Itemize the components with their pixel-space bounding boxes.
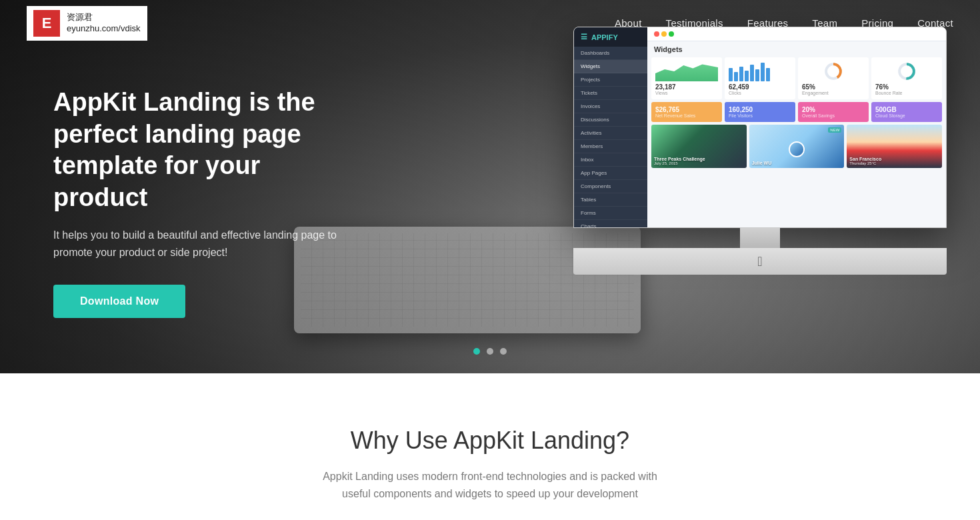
stat-revenue-label: Net Revenue Sales bbox=[655, 113, 718, 118]
widget-cards-grid: 23,187 Views bbox=[647, 57, 946, 102]
widget-views-value: 23,187 bbox=[655, 83, 718, 91]
stat-visitors-label: File Visitors bbox=[729, 113, 791, 118]
avatar bbox=[789, 141, 805, 157]
donut-chart-svg bbox=[824, 62, 843, 81]
app-main-content: Widgets 23,187 Views bbox=[647, 27, 946, 227]
sidebar-item-apppages[interactable]: App Pages bbox=[574, 167, 647, 180]
carousel-dot-3[interactable] bbox=[500, 348, 507, 355]
nav-item-testimonials[interactable]: Testimonials bbox=[666, 17, 723, 29]
sidebar-item-widgets[interactable]: Widgets bbox=[574, 60, 647, 73]
img-card-mountain: Three Peaks Challenge July 25, 2015 bbox=[651, 125, 747, 168]
widget-bounce-label: Bounce Rate bbox=[875, 91, 938, 95]
app-sidebar: ☰ APPIFY Dashboards Widgets Projects Tic… bbox=[574, 27, 647, 227]
carousel-dot-2[interactable] bbox=[487, 348, 493, 355]
img-card-city-title: San Francisco Thursday 25°C bbox=[849, 157, 881, 165]
sidebar-item-projects[interactable]: Projects bbox=[574, 73, 647, 87]
apple-logo-icon:  bbox=[757, 254, 762, 269]
carousel-dots bbox=[473, 348, 507, 355]
download-now-button[interactable]: Download Now bbox=[53, 285, 185, 318]
sidebar-item-components[interactable]: Components bbox=[574, 180, 647, 193]
hero-subtitle: It helps you to build a beautiful and ef… bbox=[53, 227, 360, 261]
widget-clicks-value: 62,459 bbox=[729, 83, 791, 91]
nav-item-contact[interactable]: Contact bbox=[917, 17, 953, 29]
why-section: Why Use AppKit Landing? Appkit Landing u… bbox=[0, 373, 980, 520]
widget-clicks: 62,459 Clicks bbox=[725, 57, 795, 99]
image-cards-row: Three Peaks Challenge July 25, 2015 NEW … bbox=[647, 125, 946, 171]
app-ui: ☰ APPIFY Dashboards Widgets Projects Tic… bbox=[574, 27, 946, 227]
img-card-person-title: Julie WU bbox=[752, 161, 772, 165]
sidebar-item-discussions[interactable]: Discussions bbox=[574, 113, 647, 127]
donut-bounce-container bbox=[875, 61, 938, 81]
why-subtitle: Appkit Landing uses modern front-end tec… bbox=[310, 468, 670, 502]
nav-item-about[interactable]: About bbox=[615, 17, 642, 29]
widget-views-label: Views bbox=[655, 91, 718, 95]
navigation: E 资源君 eyunzhu.com/vdisk About Testimonia… bbox=[0, 0, 980, 47]
widget-engagement-label: Engagement bbox=[802, 91, 865, 95]
hero-title: AppKit Landing is the perfect landing pa… bbox=[53, 87, 360, 213]
monitor-neck bbox=[740, 228, 780, 248]
widget-engagement: 65% Engagement bbox=[798, 57, 869, 99]
sidebar-item-members[interactable]: Members bbox=[574, 140, 647, 153]
widget-bounce: 76% Bounce Rate bbox=[871, 57, 942, 99]
stat-card-revenue: $26,765 Net Revenue Sales bbox=[651, 102, 722, 122]
bar-3 bbox=[739, 67, 743, 81]
hero-content: AppKit Landing is the perfect landing pa… bbox=[0, 0, 413, 318]
stat-savings-label: Overall Savings bbox=[802, 113, 865, 118]
hero-section: AppKit Landing is the perfect landing pa… bbox=[0, 0, 980, 373]
stat-revenue-value: $26,765 bbox=[655, 106, 718, 113]
bar-2 bbox=[734, 72, 738, 81]
bar-1 bbox=[729, 68, 733, 81]
sidebar-item-tables[interactable]: Tables bbox=[574, 193, 647, 207]
monitor-mockup: ☰ APPIFY Dashboards Widgets Projects Tic… bbox=[573, 27, 947, 275]
stat-visitors-value: 160,250 bbox=[729, 106, 791, 113]
bar-7 bbox=[761, 63, 765, 81]
nav-item-team[interactable]: Team bbox=[812, 17, 837, 29]
monitor-base:  bbox=[573, 248, 947, 275]
widget-clicks-label: Clicks bbox=[729, 91, 791, 95]
stat-cards-row: $26,765 Net Revenue Sales 160,250 File V… bbox=[647, 102, 946, 125]
img-card-person: NEW Julie WU bbox=[749, 125, 845, 168]
mini-chart-green bbox=[655, 61, 718, 81]
stat-card-savings: 20% Overall Savings bbox=[798, 102, 869, 122]
sidebar-item-activities[interactable]: Activities bbox=[574, 127, 647, 140]
widget-bounce-value: 76% bbox=[875, 83, 938, 91]
donut-bounce-svg bbox=[897, 62, 916, 81]
bar-5 bbox=[750, 65, 754, 81]
donut-chart-container bbox=[802, 61, 865, 81]
bar-6 bbox=[755, 69, 759, 81]
logo: E 资源君 eyunzhu.com/vdisk bbox=[27, 6, 147, 41]
sidebar-item-dashboards[interactable]: Dashboards bbox=[574, 47, 647, 60]
img-card-city: San Francisco Thursday 25°C bbox=[847, 125, 942, 168]
stat-savings-value: 20% bbox=[802, 106, 865, 113]
stat-storage-label: Cloud Storage bbox=[875, 113, 938, 118]
sidebar-item-tickets[interactable]: Tickets bbox=[574, 87, 647, 100]
why-title: Why Use AppKit Landing? bbox=[27, 427, 953, 455]
mini-chart-blue bbox=[729, 61, 791, 81]
carousel-dot-1[interactable] bbox=[473, 348, 480, 355]
bar-8 bbox=[766, 68, 770, 81]
sidebar-item-invoices[interactable]: Invoices bbox=[574, 100, 647, 113]
stat-card-storage: 500GB Cloud Storage bbox=[871, 102, 942, 122]
bar-4 bbox=[745, 71, 749, 81]
widget-engagement-value: 65% bbox=[802, 83, 865, 91]
stat-card-visitors: 160,250 File Visitors bbox=[725, 102, 795, 122]
sidebar-item-inbox[interactable]: Inbox bbox=[574, 153, 647, 167]
sidebar-item-forms[interactable]: Forms bbox=[574, 207, 647, 220]
monitor-screen: ☰ APPIFY Dashboards Widgets Projects Tic… bbox=[573, 27, 947, 228]
img-card-mountain-title: Three Peaks Challenge July 25, 2015 bbox=[654, 157, 705, 165]
widget-views: 23,187 Views bbox=[651, 57, 722, 99]
logo-text: 资源君 eyunzhu.com/vdisk bbox=[67, 12, 141, 35]
logo-letter: E bbox=[33, 10, 60, 37]
stat-storage-value: 500GB bbox=[875, 106, 938, 113]
nav-item-pricing[interactable]: Pricing bbox=[861, 17, 893, 29]
sidebar-item-charts[interactable]: Charts bbox=[574, 220, 647, 228]
nav-links: About Testimonials Features Team Pricing… bbox=[615, 17, 953, 29]
nav-item-features[interactable]: Features bbox=[747, 17, 789, 29]
